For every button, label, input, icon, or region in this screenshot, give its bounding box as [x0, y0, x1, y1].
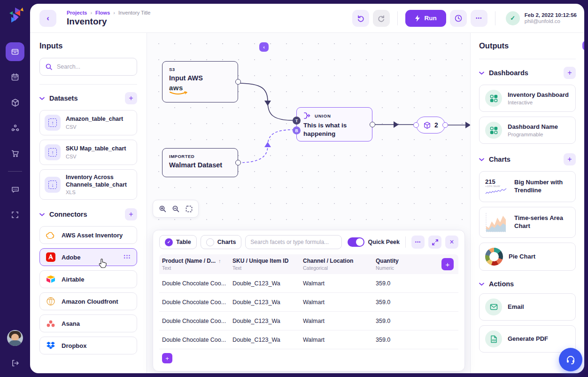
table-row[interactable]: Double Chocolate Coo...Double_C123_WaWal… [159, 293, 458, 312]
flow-canvas[interactable]: ‹ › S3 Input AWS aws IMPORTED Walmart Da… [147, 33, 470, 373]
connector-item-cloudfront[interactable]: Amazon Cloudfront [39, 292, 137, 310]
add-chart-button[interactable]: + [564, 153, 576, 165]
collapse-outputs-button[interactable]: › [582, 41, 584, 50]
breadcrumb: Projects › Flows › Inventory Title [67, 10, 150, 16]
node-s3-input-aws[interactable]: S3 Input AWS aws [162, 61, 238, 102]
outputs-title: Outputs [479, 41, 576, 50]
chart-name: Pie Chart [509, 253, 535, 261]
add-row-button[interactable]: + [162, 353, 172, 363]
inputs-search-input[interactable] [57, 63, 132, 70]
peek-close-button[interactable]: × [445, 236, 458, 249]
connector-item-adobe[interactable]: Adobe •••••• [39, 248, 137, 266]
rail-item-packages[interactable] [6, 93, 24, 112]
facet-search-input[interactable] [250, 239, 336, 245]
input-port-top[interactable]: T [293, 117, 301, 125]
chevron-down-icon[interactable] [39, 97, 45, 100]
chevron-down-icon[interactable] [479, 283, 484, 286]
collapse-inputs-button[interactable]: ‹ [259, 42, 269, 52]
output-port[interactable] [370, 122, 375, 127]
facet-search[interactable] [245, 235, 341, 249]
tab-table[interactable]: ✓ Table [159, 235, 197, 249]
dashboard-card[interactable]: Inventory Dashboard Interactive [479, 85, 576, 112]
rail-item-inbox[interactable] [6, 42, 24, 61]
charts-section-header: Charts + [479, 153, 576, 165]
dataset-card[interactable]: ↑ Amazon_table_chart CSV [39, 110, 137, 135]
run-button[interactable]: Run [405, 10, 446, 27]
connector-name: Amazon Cloudfront [62, 298, 118, 305]
rail-item-calendar[interactable] [6, 68, 24, 86]
back-button[interactable]: ‹ [39, 10, 56, 27]
connector-item-aws[interactable]: AWS Asset Inventory [39, 226, 137, 244]
connector-item-airtable[interactable]: Airtable [39, 270, 137, 288]
input-port-bottom[interactable]: B [293, 126, 301, 134]
fit-view-button[interactable] [184, 204, 194, 214]
add-column-button[interactable]: + [441, 258, 454, 270]
section-divider [479, 59, 576, 59]
connector-item-asana[interactable]: Asana [39, 314, 137, 332]
connector-item-dropbox[interactable]: Dropbox [39, 337, 137, 354]
rail-item-comments[interactable] [6, 180, 24, 199]
output-port[interactable] [235, 79, 241, 85]
add-dashboard-button[interactable]: + [564, 67, 576, 79]
chevron-down-icon[interactable] [479, 158, 484, 161]
column-header-product[interactable]: Product (Name / D...↑ Text [162, 258, 232, 271]
undo-button[interactable] [352, 10, 369, 27]
breadcrumb-flows[interactable]: Flows [95, 10, 110, 16]
connector-name: Adobe [62, 254, 80, 261]
email-icon [485, 298, 502, 315]
drag-handle-icon[interactable]: •••••• [124, 255, 131, 259]
action-card-generate-pdf[interactable]: PDF Generate PDF [479, 325, 576, 353]
node-title: Walmart Dataset [169, 161, 231, 169]
dataset-card[interactable]: ↓ Inventory Across Channels_table_chart … [39, 169, 137, 200]
redo-button[interactable] [373, 10, 390, 27]
node-walmart-dataset[interactable]: IMPORTED Walmart Dataset [162, 148, 238, 177]
tab-charts[interactable]: Charts [201, 235, 242, 249]
add-dataset-button[interactable]: + [125, 92, 137, 104]
saved-check-icon: ✓ [506, 11, 520, 25]
table-header-row: Product (Name / D...↑ Text SKU / Unique … [159, 254, 458, 274]
redo-icon [377, 14, 386, 23]
table-row[interactable]: Double Chocolate Coo...Double_C123_WaWal… [159, 330, 458, 349]
chart-card-area[interactable]: Time-series Area Chart [479, 207, 576, 238]
add-connector-button[interactable]: + [125, 208, 137, 220]
action-card-email[interactable]: Email [479, 293, 576, 321]
rail-item-fullscreen[interactable] [6, 205, 24, 224]
chart-card-big-number[interactable]: 215 +10% WoW Big Number with Trendline [479, 171, 576, 202]
sort-asc-icon[interactable]: ↑ [218, 258, 221, 264]
left-rail [0, 0, 30, 377]
peek-more-button[interactable]: ••• [411, 236, 425, 249]
zoom-in-button[interactable] [157, 204, 168, 214]
more-options-button[interactable]: ••• [471, 10, 487, 27]
help-button[interactable] [559, 348, 582, 371]
output-port[interactable] [442, 122, 448, 128]
rail-item-cart[interactable] [6, 144, 24, 163]
dashboard-card[interactable]: Dashboard Name Programmable [479, 117, 576, 144]
zoom-out-button[interactable] [170, 204, 181, 214]
chevron-down-icon[interactable] [479, 71, 484, 75]
chart-card-pie[interactable]: Pie Chart [479, 243, 576, 271]
column-header-channel[interactable]: Channel / Location Categorical [303, 258, 376, 271]
peek-expand-button[interactable] [428, 236, 441, 249]
dataset-card[interactable]: ↑ SKU Map_table_chart CSV [39, 140, 137, 165]
input-port[interactable] [413, 122, 419, 128]
user-avatar[interactable] [7, 330, 23, 346]
history-button[interactable] [450, 10, 467, 27]
table-row[interactable]: Double Chocolate Coo...Double_C123_WaWal… [159, 312, 458, 330]
node-output-count[interactable]: 2 [416, 117, 445, 134]
quick-peek-toggle[interactable] [348, 237, 364, 247]
node-tag: IMPORTED [169, 154, 231, 159]
asana-icon [46, 318, 56, 329]
rail-item-network[interactable] [6, 118, 24, 137]
close-icon: × [449, 238, 454, 246]
column-header-sku[interactable]: SKU / Unique Item ID Text [232, 258, 303, 271]
archive-icon [11, 47, 19, 56]
rail-item-logout[interactable] [6, 356, 24, 369]
output-port[interactable] [235, 160, 241, 165]
node-union[interactable]: UNION This is what is happening T B [296, 107, 372, 141]
column-header-quantity[interactable]: Quantity Numeric [376, 258, 441, 271]
breadcrumb-projects[interactable]: Projects [67, 10, 87, 16]
table-row[interactable]: Double Chocolate Coo...Double_C123_WaWal… [159, 274, 458, 293]
inputs-search[interactable] [39, 58, 137, 76]
chevron-down-icon[interactable] [39, 213, 45, 216]
search-icon [45, 63, 53, 71]
